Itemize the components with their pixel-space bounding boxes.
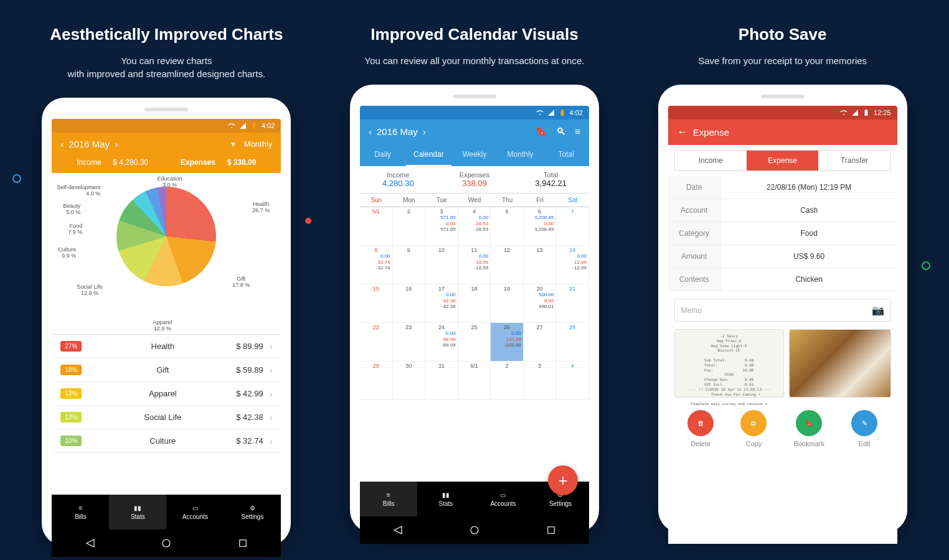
home-icon[interactable] bbox=[469, 525, 480, 536]
calendar-cell[interactable]: 27 bbox=[524, 323, 557, 362]
food-image[interactable] bbox=[789, 329, 891, 398]
form-row[interactable]: Date22/08/16 (Mon) 12:19 PM bbox=[668, 176, 897, 199]
category-row[interactable]: 18%Gift$ 59.89› bbox=[52, 358, 281, 382]
calendar-cell[interactable]: 19 bbox=[491, 284, 524, 323]
calendar-cell[interactable]: 3571.850.00571.85 bbox=[425, 207, 458, 246]
calendar-cell[interactable]: 21 bbox=[556, 284, 589, 323]
battery-icon bbox=[250, 122, 258, 129]
income-summary[interactable]: Income $ 4,280.30 bbox=[69, 158, 156, 167]
calendar-cell[interactable]: 9 bbox=[393, 246, 426, 284]
category-amount: $ 32.74 bbox=[236, 436, 263, 446]
calendar-cell[interactable]: 4 bbox=[556, 362, 589, 400]
form-row[interactable]: ContentsChicken bbox=[668, 268, 897, 291]
calendar-cell[interactable]: 15 bbox=[360, 284, 393, 323]
next-month-icon[interactable]: › bbox=[115, 139, 118, 149]
calendar-cell[interactable]: 110.0018.59-18.59 bbox=[458, 246, 491, 284]
calendar-cell[interactable]: 29 bbox=[360, 362, 393, 400]
nav-bills[interactable]: ≡Bills bbox=[360, 482, 417, 516]
search-icon[interactable]: 🔍︎ bbox=[556, 126, 566, 138]
chevron-right-icon: › bbox=[270, 342, 273, 352]
form-row[interactable]: AccountCash bbox=[668, 199, 897, 222]
back-icon[interactable] bbox=[85, 538, 96, 549]
filter-icon[interactable]: ≡ bbox=[575, 126, 580, 138]
tab-weekly[interactable]: Weekly bbox=[451, 144, 498, 166]
calendar-cell[interactable]: 260.00102.88-102.88 bbox=[491, 323, 524, 362]
receipt-image[interactable]: -2 Spicy Reg Fries-E Reg Coke Light-E Bi… bbox=[674, 329, 784, 398]
nav-accounts[interactable]: ▭Accounts bbox=[474, 482, 532, 516]
calendar-cell[interactable]: 5 bbox=[491, 207, 524, 246]
calendar-cell[interactable]: 25 bbox=[458, 323, 491, 362]
tab-transfer[interactable]: Transfer bbox=[818, 151, 890, 170]
category-row[interactable]: 13%Social Life$ 42.38› bbox=[52, 406, 281, 429]
back-arrow-icon[interactable]: ← bbox=[677, 126, 688, 139]
calendar-cell[interactable]: 13 bbox=[524, 246, 557, 284]
wifi-icon bbox=[840, 109, 847, 116]
calendar-cell[interactable]: 40.0028.53-28.53 bbox=[458, 207, 491, 246]
panel3-title: Photo Save bbox=[640, 25, 926, 44]
calendar-cell[interactable]: 6/1 bbox=[458, 362, 491, 400]
category-row[interactable]: 27%Health$ 89.99› bbox=[52, 335, 281, 358]
calendar-cell[interactable]: 16 bbox=[393, 284, 426, 323]
card-icon: ▭ bbox=[192, 505, 198, 511]
calendar-cell[interactable]: 5/1 bbox=[360, 207, 393, 246]
calendar-cell[interactable]: 2 bbox=[491, 362, 524, 400]
status-time: 4:02 bbox=[262, 122, 275, 129]
calendar-cell[interactable]: 22 bbox=[360, 323, 393, 362]
next-month-icon[interactable]: › bbox=[423, 126, 426, 137]
bookmark-icon[interactable]: 🔖 bbox=[535, 126, 547, 138]
calendar-cell[interactable]: 20500.009.99490.01 bbox=[524, 284, 557, 323]
tab-monthly[interactable]: Monthly bbox=[498, 144, 544, 166]
action-delete[interactable]: 🗑Delete bbox=[687, 410, 714, 447]
wifi-icon bbox=[536, 109, 544, 116]
camera-icon[interactable]: 📷 bbox=[872, 304, 884, 316]
list-icon: ≡ bbox=[78, 505, 82, 511]
nav-stats[interactable]: ▮▮Stats bbox=[417, 482, 474, 516]
field-value: Cash bbox=[721, 199, 897, 222]
calendar-cell[interactable]: 10 bbox=[425, 246, 458, 284]
nav-accounts[interactable]: ▭Accounts bbox=[166, 495, 224, 530]
prev-month-icon[interactable]: ‹ bbox=[60, 139, 64, 149]
category-row[interactable]: 13%Apparel$ 42.99› bbox=[52, 382, 281, 406]
calendar-cell[interactable]: 80.0032.74-32.74 bbox=[360, 246, 393, 284]
calendar-cell[interactable]: 3 bbox=[524, 362, 557, 400]
chevron-right-icon: › bbox=[270, 413, 273, 422]
calendar-cell[interactable]: 12 bbox=[491, 246, 524, 284]
prev-month-icon[interactable]: ‹ bbox=[369, 126, 372, 137]
calendar-cell[interactable]: 30 bbox=[393, 362, 426, 400]
tab-income[interactable]: Income bbox=[675, 151, 747, 170]
calendar-cell[interactable]: 28 bbox=[556, 323, 589, 362]
home-icon[interactable] bbox=[161, 538, 172, 549]
nav-settings[interactable]: ⚙Settings bbox=[224, 495, 281, 530]
filter-dropdown[interactable]: ▾ Monthly bbox=[231, 139, 273, 149]
recent-icon[interactable] bbox=[237, 538, 248, 549]
tab-total[interactable]: Total bbox=[543, 144, 589, 166]
category-row[interactable]: 10%Culture$ 32.74› bbox=[52, 429, 281, 453]
period-label[interactable]: 2016 May bbox=[377, 126, 418, 137]
form-row[interactable]: CategoryFood bbox=[668, 222, 897, 245]
recent-icon[interactable] bbox=[545, 525, 557, 536]
calendar-cell[interactable]: 2 bbox=[393, 207, 426, 246]
calendar-cell[interactable]: 63,208.450.003,208.45 bbox=[524, 207, 557, 246]
calendar-cell[interactable]: 140.0012.99-12.99 bbox=[556, 246, 589, 284]
memo-field[interactable]: Memo 📷 bbox=[674, 299, 891, 322]
add-button[interactable]: + bbox=[548, 465, 578, 495]
nav-stats[interactable]: ▮▮Stats bbox=[109, 495, 166, 530]
calendar-cell[interactable]: 23 bbox=[393, 323, 426, 362]
back-icon[interactable] bbox=[392, 525, 404, 536]
tab-daily[interactable]: Daily bbox=[360, 144, 406, 166]
form-row[interactable]: AmountUS$ 9.60 bbox=[668, 245, 897, 268]
calendar-cell[interactable]: 240.0089.99-89.99 bbox=[425, 323, 458, 362]
tab-expense[interactable]: Expense bbox=[747, 151, 818, 170]
tab-calendar[interactable]: Calendar bbox=[406, 144, 452, 166]
action-copy[interactable]: ⧉Copy bbox=[740, 410, 767, 447]
period-label[interactable]: 2016 May bbox=[68, 139, 110, 149]
calendar-cell[interactable]: 31 bbox=[425, 362, 458, 400]
action-bookmark[interactable]: 🔖Bookmark bbox=[793, 410, 824, 447]
calendar-cell[interactable]: 18 bbox=[458, 284, 491, 323]
calendar-cell[interactable]: 7 bbox=[556, 207, 589, 246]
nav-bills[interactable]: ≡Bills bbox=[52, 495, 109, 530]
action-edit[interactable]: ✎Edit bbox=[851, 410, 877, 447]
expense-form: Date22/08/16 (Mon) 12:19 PMAccountCashCa… bbox=[668, 176, 897, 291]
calendar-cell[interactable]: 170.0042.38-42.38 bbox=[425, 284, 458, 323]
expense-summary[interactable]: Expenses $ 338.09 bbox=[173, 158, 263, 167]
